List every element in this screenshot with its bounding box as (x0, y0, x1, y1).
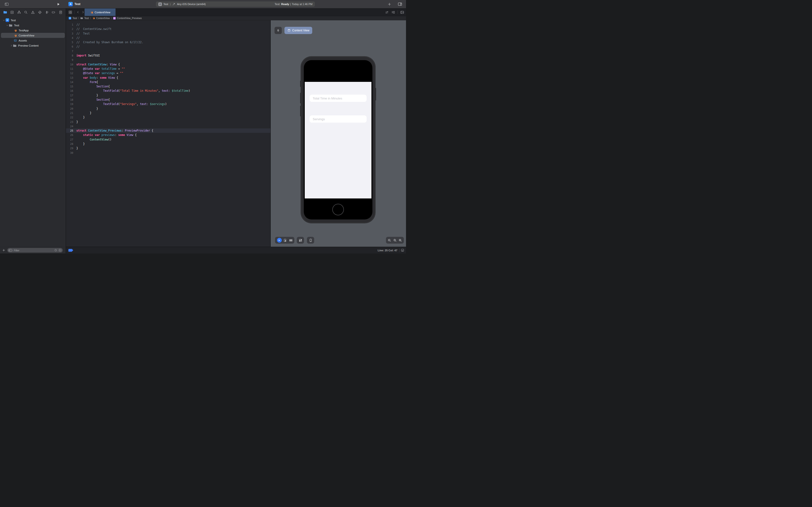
tab-overview-button[interactable] (68, 10, 72, 14)
code-line[interactable]: 1// (66, 22, 270, 27)
recent-files-clock-icon[interactable] (54, 249, 57, 252)
filter-field[interactable]: Filter (7, 248, 63, 252)
swift-icon (13, 29, 17, 32)
preview-tab-button[interactable]: Content View (285, 27, 312, 34)
search-tab[interactable] (23, 9, 29, 15)
code-line[interactable]: 27 ContentView() (66, 137, 270, 142)
code-line[interactable]: 5// Created by Shawn Burnham on 6/17/22. (66, 40, 270, 44)
total-time-textfield[interactable]: Total Time in Minutes (310, 95, 367, 102)
back-button[interactable] (77, 11, 80, 14)
code-line[interactable]: 7 (66, 49, 270, 53)
servings-textfield[interactable]: Servings (310, 115, 367, 123)
tree-row-folder[interactable]: Test (0, 23, 66, 28)
disclosure-right-icon[interactable] (10, 44, 13, 47)
run-button[interactable] (55, 1, 61, 7)
pin-preview-button[interactable] (274, 27, 282, 34)
scheme-target[interactable]: Test (163, 3, 168, 6)
navigator-toggle-button[interactable] (3, 1, 10, 7)
code-line[interactable]: 20 } (66, 107, 270, 111)
debug-tab[interactable] (44, 9, 50, 15)
selectable-mode-button[interactable] (284, 238, 287, 242)
breadcrumb-project[interactable]: Test (69, 17, 77, 19)
code-line[interactable]: 15 Section{ (66, 84, 270, 89)
live-preview-button[interactable] (277, 238, 282, 243)
source-control-tab[interactable] (9, 9, 15, 15)
disclosure-down-icon[interactable] (2, 19, 5, 22)
app-icon (68, 2, 73, 6)
scheme-selector[interactable]: Test ⟩ Any iOS Device (arm64) (158, 2, 274, 6)
code-line[interactable]: 8import SwiftUI (66, 53, 270, 58)
project-navigator-tab[interactable] (2, 9, 8, 15)
code-line[interactable]: 25struct ContentView_Previews: PreviewPr… (66, 128, 270, 133)
source-editor[interactable]: 1//2// ContentView.swift3// Test4//5// C… (66, 20, 270, 247)
library-add-button[interactable] (386, 1, 393, 7)
swift-icon (90, 11, 93, 14)
code-line[interactable]: 11 @State var totalTime = "" (66, 67, 270, 71)
add-file-button[interactable] (2, 249, 5, 252)
code-line[interactable]: 4// (66, 36, 270, 40)
right-panel-toggle-icon (398, 2, 402, 6)
device-preview-iphone: Total Time in Minutes Servings (301, 56, 375, 223)
code-line[interactable]: 18 Section{ (66, 98, 270, 102)
source-control-filter-icon[interactable] (58, 249, 62, 252)
code-line[interactable]: 24 (66, 124, 270, 128)
code-line[interactable]: 26 static var previews: some View { (66, 133, 270, 137)
code-review-button[interactable] (385, 10, 389, 14)
code-line[interactable]: 22 } (66, 115, 270, 119)
code-line[interactable]: 17 } (66, 93, 270, 98)
tree-label[interactable]: ContentView (18, 34, 34, 37)
inspector-toggle-button[interactable] (397, 1, 403, 7)
tree-row-assets[interactable]: Assets (0, 38, 66, 43)
scheme-destination[interactable]: Any iOS Device (arm64) (177, 3, 206, 6)
code-line[interactable]: 9 (66, 58, 270, 62)
code-line[interactable]: 13 var body: some View { (66, 75, 270, 80)
marker-tag-icon[interactable] (68, 249, 73, 252)
code-line[interactable]: 23} (66, 120, 270, 124)
tree-row-contentview[interactable]: ContentView (0, 33, 66, 38)
editor-options-button[interactable] (391, 10, 395, 14)
forward-button[interactable] (82, 11, 85, 14)
tab-contentview[interactable]: ContentView (85, 8, 115, 16)
zoom-actual-button[interactable] (393, 238, 397, 242)
tests-tab[interactable] (37, 9, 43, 15)
bottom-bar-toggle-button[interactable] (401, 248, 404, 252)
mute-switch (300, 80, 301, 87)
line-number: 15 (66, 84, 75, 89)
breakpoints-tab[interactable] (51, 9, 57, 15)
tree-row-preview-content[interactable]: Preview Content (0, 43, 66, 48)
add-editor-button[interactable] (400, 10, 404, 14)
breadcrumb-symbol[interactable]: ContentView_Previews (113, 17, 142, 19)
code-line[interactable]: 3// Test (66, 32, 270, 36)
preview-on-device-button[interactable] (307, 237, 314, 243)
tree-label[interactable]: Test (11, 19, 16, 22)
code-line[interactable]: 16 TextField("Total Time in Minutes", te… (66, 89, 270, 93)
activity-scheme-bar[interactable]: Test ⟩ Any iOS Device (arm64) Test: Read… (156, 1, 315, 7)
breadcrumb-group[interactable]: Test (80, 17, 89, 19)
symbols-tab[interactable] (16, 9, 22, 15)
zoom-out-button[interactable] (388, 238, 391, 242)
tree-label[interactable]: Test (14, 24, 19, 27)
code-line[interactable]: 30 (66, 151, 270, 155)
code-line[interactable]: 21 } (66, 111, 270, 115)
code-line[interactable]: 29} (66, 146, 270, 151)
zoom-in-button[interactable] (399, 238, 402, 242)
breadcrumb-file[interactable]: ContentView (92, 17, 110, 19)
code-line[interactable]: 6// (66, 44, 270, 49)
tree-label[interactable]: Preview Content (18, 44, 39, 47)
disclosure-down-icon[interactable] (6, 24, 9, 27)
tree-row-testapp[interactable]: TestApp (0, 28, 66, 33)
code-line[interactable]: 14 Form{ (66, 80, 270, 84)
tree-row-project[interactable]: Test (0, 18, 66, 23)
variants-mode-button[interactable] (289, 238, 293, 242)
issues-tab[interactable] (30, 9, 36, 15)
code-line[interactable]: 19 TextField("Servings", text: $servings… (66, 102, 270, 106)
swift-icon (92, 17, 95, 19)
device-settings-button[interactable] (297, 237, 304, 243)
code-line[interactable]: 28 } (66, 142, 270, 146)
code-line[interactable]: 10struct ContentView: View { (66, 62, 270, 67)
tree-label[interactable]: TestApp (18, 29, 29, 32)
reports-tab[interactable] (58, 9, 63, 15)
code-line[interactable]: 12 @State var servings = "" (66, 71, 270, 75)
tree-label[interactable]: Assets (18, 39, 27, 42)
code-line[interactable]: 2// ContentView.swift (66, 27, 270, 31)
